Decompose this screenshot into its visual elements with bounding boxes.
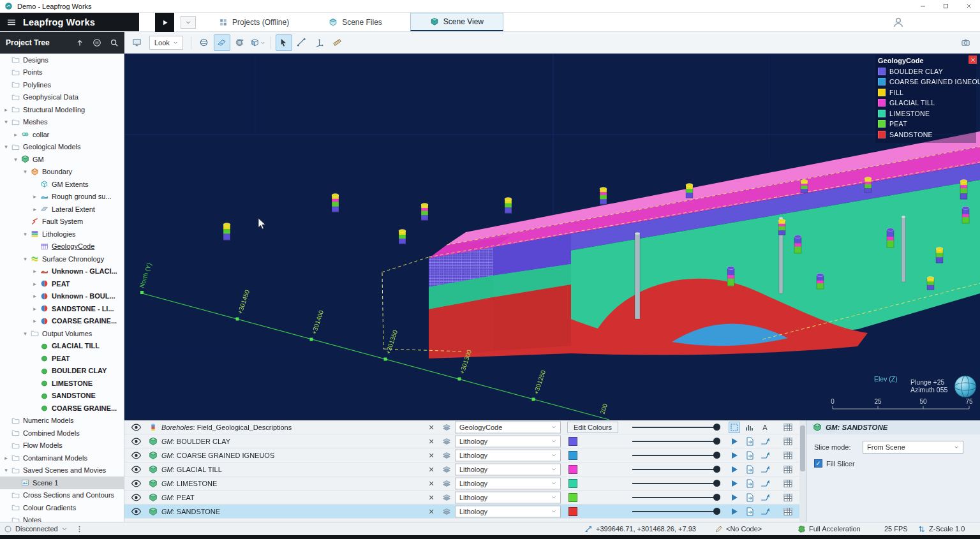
opacity-slider[interactable] xyxy=(632,479,720,488)
remove-from-scene-button[interactable]: ✕ xyxy=(427,465,436,473)
attribute-table-button[interactable] xyxy=(783,492,793,503)
visibility-toggle[interactable] xyxy=(131,452,142,459)
chevron-down-icon[interactable]: ▾ xyxy=(3,119,10,125)
tree-item-coarse-graine[interactable]: COARSE GRAINE... xyxy=(0,402,124,415)
colour-by-dropdown[interactable]: Lithology xyxy=(455,435,561,447)
tree-up-icon[interactable] xyxy=(75,38,84,47)
tree-pause-icon[interactable] xyxy=(93,38,101,47)
tree-item-surface-chronology[interactable]: ▾Surface Chronology xyxy=(0,253,124,265)
shape-row-coarse-grained-igneuos[interactable]: GM: COARSE GRAINED IGNEUOS✕Lithology xyxy=(124,448,806,462)
labels-button[interactable]: A xyxy=(760,422,770,432)
opacity-slider[interactable] xyxy=(632,423,720,432)
export-button[interactable] xyxy=(745,506,755,517)
play-button[interactable] xyxy=(155,13,174,32)
opacity-slider[interactable] xyxy=(632,507,720,516)
colour-by-dropdown[interactable]: Lithology xyxy=(455,491,561,503)
opacity-slider[interactable] xyxy=(632,493,720,502)
tree-item-fault-system[interactable]: Fault System xyxy=(0,216,124,228)
tree-item-scene-1[interactable]: Scene 1 xyxy=(0,476,124,489)
scrollbar-thumb[interactable] xyxy=(800,425,805,471)
tree-item-coarse-graine[interactable]: ▸COARSE GRAINE... xyxy=(0,315,124,328)
tree-item-boundary[interactable]: ▾Boundary xyxy=(0,166,124,179)
remove-from-scene-button[interactable]: ✕ xyxy=(427,437,436,445)
export-button[interactable] xyxy=(745,492,755,503)
projection-button[interactable] xyxy=(760,478,770,489)
tree-item-gm[interactable]: ▾GM xyxy=(0,153,124,166)
filter-boreholes-button[interactable] xyxy=(729,422,739,432)
screenshot-button[interactable] xyxy=(957,34,974,51)
attribute-table-button[interactable] xyxy=(783,506,793,517)
colour-by-dropdown[interactable]: Lithology xyxy=(455,463,561,475)
edit-colours-button[interactable]: Edit Colours xyxy=(567,422,618,433)
chevron-right-icon[interactable]: ▸ xyxy=(12,131,19,138)
slice-button[interactable] xyxy=(729,464,739,475)
tree-item-designs[interactable]: Designs xyxy=(0,54,124,66)
attribute-table-button[interactable] xyxy=(783,478,793,489)
chevron-down-icon[interactable]: ▾ xyxy=(22,231,29,237)
chevron-right-icon[interactable]: ▸ xyxy=(31,268,38,274)
slice-button[interactable] xyxy=(729,506,739,517)
tree-item-sandstone-li[interactable]: ▸SANDSTONE - LI... xyxy=(0,302,124,315)
user-account-icon[interactable] xyxy=(892,16,905,29)
colour-by-dropdown[interactable]: Lithology xyxy=(455,477,561,489)
projection-button[interactable] xyxy=(760,436,770,447)
tree-item-rough-ground-su[interactable]: ▸Rough ground su... xyxy=(0,191,124,203)
shape-row-sandstone[interactable]: GM: SANDSTONE✕Lithology xyxy=(124,505,806,519)
chevron-right-icon[interactable]: ▸ xyxy=(3,107,10,113)
visibility-toggle[interactable] xyxy=(131,438,142,445)
scene-view-canvas[interactable]: North (Y) +301450 +301400 +301350 +30130… xyxy=(124,54,980,420)
clip-box-button[interactable] xyxy=(249,34,266,51)
chevron-down-icon[interactable]: ▾ xyxy=(3,144,10,150)
draw-line-button[interactable] xyxy=(293,34,310,51)
slice-button[interactable] xyxy=(729,450,739,461)
slice-button[interactable] xyxy=(729,478,739,489)
attribute-table-button[interactable] xyxy=(783,436,793,447)
tree-item-notes[interactable]: Notes xyxy=(0,514,124,522)
shape-row-field-geological-descriptions[interactable]: Boreholes: Field_Geological_Descriptions… xyxy=(124,420,806,434)
remove-from-scene-button[interactable]: ✕ xyxy=(427,507,436,515)
export-button[interactable] xyxy=(745,436,755,447)
export-button[interactable] xyxy=(745,478,755,489)
search-icon[interactable] xyxy=(110,38,119,47)
chevron-right-icon[interactable]: ▸ xyxy=(31,306,38,312)
slice-button[interactable] xyxy=(729,492,739,503)
chevron-right-icon[interactable]: ▸ xyxy=(31,293,38,299)
tree-item-lithologies[interactable]: ▾Lithologies xyxy=(0,228,124,240)
tree-item-combined-models[interactable]: Combined Models xyxy=(0,427,124,439)
close-button[interactable] xyxy=(957,0,980,12)
remove-from-scene-button[interactable]: ✕ xyxy=(427,451,436,459)
status-menu-button[interactable] xyxy=(75,522,84,535)
tree-item-cross-sections-and-contours[interactable]: Cross Sections and Contours xyxy=(0,489,124,502)
display-button[interactable] xyxy=(128,34,145,51)
remove-from-scene-button[interactable]: ✕ xyxy=(427,493,436,501)
tree-item-numeric-models[interactable]: Numeric Models xyxy=(0,415,124,427)
colour-by-dropdown[interactable]: Lithology xyxy=(455,449,561,461)
remove-from-scene-button[interactable]: ✕ xyxy=(427,479,436,487)
opacity-slider[interactable] xyxy=(632,437,720,446)
tab-scene-view[interactable]: Scene View xyxy=(410,13,503,31)
chevron-down-icon[interactable]: ▾ xyxy=(12,156,19,163)
slicer-tool-button[interactable] xyxy=(214,34,230,51)
tree-item-gm-extents[interactable]: GM Extents xyxy=(0,178,124,191)
geographic-view-button[interactable] xyxy=(196,34,212,51)
tree-item-peat[interactable]: PEAT xyxy=(0,352,124,365)
export-button[interactable] xyxy=(745,450,755,461)
tree-item-peat[interactable]: ▸PEAT xyxy=(0,277,124,290)
projection-button[interactable] xyxy=(760,492,770,503)
visibility-toggle[interactable] xyxy=(131,494,142,501)
chevron-down-icon[interactable]: ▾ xyxy=(22,330,29,337)
visibility-toggle[interactable] xyxy=(131,424,142,431)
tree-item-collar[interactable]: ▸collar xyxy=(0,128,124,141)
chevron-right-icon[interactable]: ▸ xyxy=(31,318,38,324)
slider-handle[interactable] xyxy=(713,466,720,473)
colour-by-dropdown[interactable]: Lithology xyxy=(455,505,561,517)
opacity-slider[interactable] xyxy=(632,465,720,474)
projection-button[interactable] xyxy=(760,506,770,517)
projection-button[interactable] xyxy=(760,464,770,475)
shape-row-glacial-till[interactable]: GM: GLACIAL TILL✕Lithology xyxy=(124,462,806,476)
opacity-slider[interactable] xyxy=(632,451,720,460)
tree-item-limestone[interactable]: LIMESTONE xyxy=(0,377,124,390)
tree-item-unknown-boul[interactable]: ▸Unknown - BOUL... xyxy=(0,290,124,303)
rotate-view-button[interactable] xyxy=(232,34,248,51)
shape-row-limestone[interactable]: GM: LIMESTONE✕Lithology xyxy=(124,476,806,491)
